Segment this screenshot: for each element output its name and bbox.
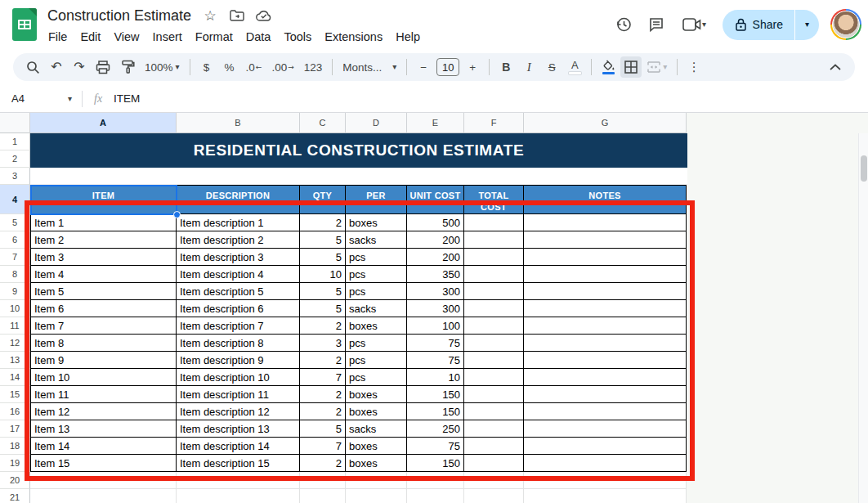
cell-A8[interactable]: Item 4: [30, 266, 177, 283]
cell-B8[interactable]: Item description 4: [177, 266, 300, 283]
cell-C8[interactable]: 10: [300, 266, 346, 283]
cell-B5[interactable]: Item description 1: [177, 214, 300, 231]
column-header-D[interactable]: D: [346, 113, 407, 133]
meet-caret-icon[interactable]: ▾: [702, 20, 706, 29]
row-number-10[interactable]: 10: [0, 300, 30, 317]
cell-A10[interactable]: Item 6: [30, 300, 177, 317]
cell-F11[interactable]: [464, 317, 524, 335]
cell-C10[interactable]: 5: [300, 300, 346, 317]
cell-B13[interactable]: Item description 9: [177, 352, 300, 369]
paint-format-button[interactable]: [116, 56, 139, 78]
cell-E17[interactable]: 250: [407, 420, 464, 438]
column-header-F[interactable]: F: [464, 113, 524, 133]
cell-G16[interactable]: [524, 403, 687, 420]
menu-extensions[interactable]: Extensions: [318, 29, 389, 45]
cell-G21[interactable]: [524, 489, 687, 503]
account-avatar[interactable]: [830, 9, 861, 40]
font-size-input[interactable]: 10: [436, 58, 459, 76]
cell-F5[interactable]: [464, 214, 524, 231]
formula-input[interactable]: ITEM: [114, 92, 140, 105]
row-number-2[interactable]: 2: [0, 150, 30, 168]
cell-F19[interactable]: [464, 455, 524, 472]
cell-A9[interactable]: Item 5: [30, 283, 177, 300]
share-button[interactable]: Share ▾: [723, 10, 819, 40]
cell-F7[interactable]: [464, 249, 524, 266]
cell-A21[interactable]: [30, 489, 177, 503]
currency-format-button[interactable]: $: [196, 56, 217, 78]
sheets-logo-icon[interactable]: [12, 8, 37, 41]
cell-D20[interactable]: [346, 472, 407, 489]
cell-C16[interactable]: 2: [300, 403, 346, 420]
table-header-total-cost[interactable]: TOTAL COST: [464, 185, 524, 214]
cell-D14[interactable]: pcs: [346, 369, 407, 386]
cell-A11[interactable]: Item 7: [30, 317, 177, 335]
cell-E15[interactable]: 150: [407, 386, 464, 403]
search-menus-icon[interactable]: [22, 56, 44, 78]
blank-row-3[interactable]: [30, 168, 687, 185]
number-format-button[interactable]: 123: [300, 56, 327, 78]
cell-E19[interactable]: 150: [407, 455, 464, 472]
select-all-corner[interactable]: [0, 113, 30, 133]
cell-C18[interactable]: 7: [300, 438, 346, 455]
menu-tools[interactable]: Tools: [277, 29, 318, 45]
cell-C11[interactable]: 2: [300, 317, 346, 335]
cell-A6[interactable]: Item 2: [30, 231, 177, 249]
cell-D21[interactable]: [346, 489, 407, 503]
cell-D18[interactable]: boxes: [346, 438, 407, 455]
cell-B20[interactable]: [177, 472, 300, 489]
cell-F14[interactable]: [464, 369, 524, 386]
cell-A19[interactable]: Item 15: [30, 455, 177, 472]
cell-E10[interactable]: 300: [407, 300, 464, 317]
menu-view[interactable]: View: [107, 29, 145, 45]
cell-A5[interactable]: Item 1: [30, 214, 177, 231]
cell-D6[interactable]: sacks: [346, 231, 407, 249]
cell-F10[interactable]: [464, 300, 524, 317]
cell-D17[interactable]: sacks: [346, 420, 407, 438]
cell-A16[interactable]: Item 12: [30, 403, 177, 420]
cell-F20[interactable]: [464, 472, 524, 489]
increase-decimal-button[interactable]: .00→: [267, 56, 298, 78]
version-history-icon[interactable]: [613, 14, 634, 35]
cell-E9[interactable]: 300: [407, 283, 464, 300]
row-number-21[interactable]: 21: [0, 489, 30, 503]
cell-C19[interactable]: 2: [300, 455, 346, 472]
cell-G10[interactable]: [524, 300, 687, 317]
row-number-20[interactable]: 20: [0, 472, 30, 489]
zoom-select[interactable]: 100% ▾: [141, 56, 184, 78]
cell-E6[interactable]: 200: [407, 231, 464, 249]
table-header-description[interactable]: DESCRIPTION: [177, 185, 300, 214]
cell-C17[interactable]: 5: [300, 420, 346, 438]
cell-B10[interactable]: Item description 6: [177, 300, 300, 317]
cell-E14[interactable]: 10: [407, 369, 464, 386]
star-icon[interactable]: ☆: [202, 7, 218, 24]
row-number-17[interactable]: 17: [0, 420, 30, 438]
row-number-5[interactable]: 5: [0, 214, 30, 231]
row-number-6[interactable]: 6: [0, 231, 30, 249]
cloud-status-icon[interactable]: [256, 7, 272, 24]
merge-cells-button[interactable]: ▾: [643, 56, 671, 78]
cell-E12[interactable]: 75: [407, 335, 464, 352]
increase-font-size-button[interactable]: +: [462, 56, 483, 78]
row-number-18[interactable]: 18: [0, 438, 30, 455]
redo-button[interactable]: ↷: [69, 56, 90, 78]
bold-button[interactable]: B: [495, 56, 517, 78]
cell-E18[interactable]: 75: [407, 438, 464, 455]
cell-B19[interactable]: Item description 15: [177, 455, 300, 472]
row-number-1[interactable]: 1: [0, 133, 30, 150]
cell-E8[interactable]: 350: [407, 266, 464, 283]
more-toolbar-icon[interactable]: ⋮: [683, 56, 705, 78]
cell-G9[interactable]: [524, 283, 687, 300]
cell-F13[interactable]: [464, 352, 524, 369]
doc-title[interactable]: Construction Estimate: [47, 7, 191, 25]
cell-A17[interactable]: Item 13: [30, 420, 177, 438]
row-number-16[interactable]: 16: [0, 403, 30, 420]
cell-D15[interactable]: boxes: [346, 386, 407, 403]
table-header-notes[interactable]: NOTES: [524, 185, 687, 214]
cell-G17[interactable]: [524, 420, 687, 438]
row-number-12[interactable]: 12: [0, 335, 30, 352]
cell-F17[interactable]: [464, 420, 524, 438]
cell-G13[interactable]: [524, 352, 687, 369]
name-box-caret-icon[interactable]: ▾: [68, 95, 72, 103]
cell-G18[interactable]: [524, 438, 687, 455]
column-header-G[interactable]: G: [524, 113, 687, 133]
